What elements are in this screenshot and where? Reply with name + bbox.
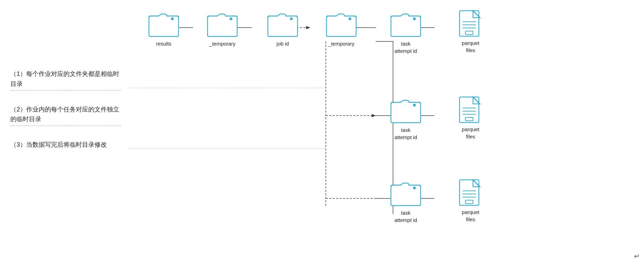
- file-parquet1-label: parquetfiles: [462, 39, 480, 54]
- file-parquet3-label: parquetfiles: [462, 208, 480, 223]
- folder-task1-label: taskattempt id: [394, 40, 417, 55]
- svg-rect-41: [465, 117, 473, 121]
- folder-task3-label: taskattempt id: [394, 209, 417, 224]
- folder-results: results: [148, 10, 179, 47]
- svg-point-19: [171, 18, 174, 20]
- svg-point-25: [349, 18, 351, 20]
- svg-point-27: [413, 18, 416, 20]
- file-parquet1: parquetfiles: [459, 10, 483, 54]
- svg-rect-28: [391, 103, 421, 123]
- folder-temporary2-label: _temporary: [328, 40, 354, 47]
- main-container: （1）每个作业对应的文件夹都是相临时目录 （2）作业内的每个任务对应的文件独立的…: [0, 0, 644, 263]
- folder-task2-label: taskattempt id: [394, 126, 417, 141]
- svg-rect-30: [391, 185, 421, 206]
- left-panel: （1）每个作业对应的文件夹都是相临时目录 （2）作业内的每个任务对应的文件独立的…: [0, 0, 128, 263]
- svg-rect-26: [391, 16, 421, 37]
- svg-point-31: [413, 187, 416, 189]
- folder-temporary1: _temporary: [207, 10, 238, 47]
- svg-point-29: [413, 104, 416, 107]
- svg-rect-20: [208, 16, 237, 37]
- folder-task1: taskattempt id: [390, 10, 421, 55]
- return-arrow: ↵: [634, 252, 640, 260]
- file-parquet2-label: parquetfiles: [462, 126, 480, 140]
- connectors-svg: [128, 0, 644, 263]
- svg-rect-36: [465, 31, 473, 35]
- folder-task2: taskattempt id: [390, 97, 421, 141]
- folder-jobid: job id: [267, 10, 298, 47]
- svg-rect-22: [268, 16, 298, 37]
- svg-rect-46: [465, 200, 473, 204]
- diagram-area: results _temporary job id: [128, 0, 644, 263]
- file-parquet2: parquetfiles: [459, 96, 483, 140]
- annotation-1: （1）每个作业对应的文件夹都是相临时目录: [10, 69, 121, 91]
- annotation-2: （2）作业内的每个任务对应的文件独立的临时目录: [10, 105, 121, 126]
- folder-task3: taskattempt id: [390, 179, 421, 224]
- svg-rect-24: [326, 16, 356, 37]
- folder-jobid-label: job id: [276, 40, 289, 47]
- folder-results-label: results: [156, 40, 171, 47]
- svg-point-23: [290, 18, 293, 20]
- svg-point-21: [230, 18, 232, 20]
- folder-temporary2: _temporary: [326, 10, 357, 47]
- file-parquet3: parquetfiles: [459, 179, 483, 223]
- folder-temporary1-label: _temporary: [209, 40, 235, 47]
- svg-rect-18: [149, 16, 179, 37]
- annotation-3: （3）当数据写完后将临时目录修改: [10, 140, 121, 150]
